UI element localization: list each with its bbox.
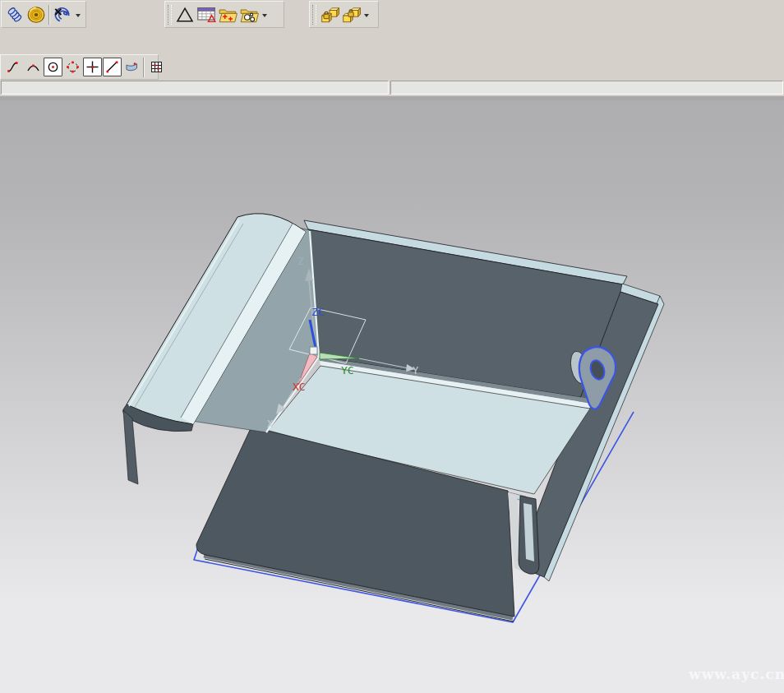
- toolbar-group-features: [1, 1, 86, 28]
- xc-axis-label: XC: [293, 381, 306, 393]
- folder-circles-icon[interactable]: [238, 4, 260, 25]
- torus-icon[interactable]: [25, 4, 47, 25]
- triangle-icon[interactable]: [174, 4, 196, 25]
- point-on-curve-icon[interactable]: [103, 58, 122, 76]
- locked-box-icon[interactable]: [319, 4, 340, 25]
- grid-point-icon[interactable]: [147, 58, 166, 76]
- cad-application-window: { "toolbar_row1": { "groups": [ {"id": "…: [0, 0, 784, 693]
- curve-endpoint-icon[interactable]: [4, 58, 23, 76]
- toolbar-group-analysis: [164, 1, 284, 28]
- dropdown-arrow-icon[interactable]: [76, 14, 81, 20]
- z-axis-label: Z: [297, 255, 304, 267]
- toolbar-separator: [143, 58, 145, 77]
- trim-spring-icon[interactable]: [52, 4, 73, 25]
- toolbar-group-assembly: [309, 1, 379, 28]
- point-on-surface-icon[interactable]: [122, 58, 141, 76]
- prompt-bar: [1, 81, 389, 95]
- dropdown-arrow-icon[interactable]: [364, 14, 369, 20]
- data-table-icon[interactable]: [196, 4, 217, 25]
- status-bar: [390, 81, 783, 95]
- spring-icon[interactable]: [4, 4, 25, 25]
- toolbar-drag-handle[interactable]: [168, 5, 172, 25]
- zc-axis-label: ZC: [311, 306, 325, 318]
- quadrant-point-icon[interactable]: [63, 58, 82, 76]
- cad-scene: Z ZC YC XC X Y www.ayc.cn: [0, 100, 784, 693]
- locked-boxes-icon[interactable]: [340, 4, 362, 25]
- wcs-origin-handle[interactable]: [310, 347, 317, 354]
- y-axis-label: Y: [413, 365, 419, 377]
- folder-points-icon[interactable]: [217, 4, 238, 25]
- watermark-text: www.ayc.cn: [688, 666, 784, 682]
- toolbar-area: [0, 0, 784, 100]
- toolbar-separator: [48, 5, 50, 25]
- intersection-point-icon[interactable]: [83, 58, 102, 76]
- toolbar-drag-handle[interactable]: [312, 5, 316, 25]
- yc-axis-label: YC: [341, 364, 354, 377]
- dropdown-arrow-icon[interactable]: [262, 14, 267, 20]
- toolbar-group-snap-point: [0, 54, 159, 80]
- x-axis-label: X: [267, 418, 274, 430]
- circle-center-icon[interactable]: [44, 58, 62, 76]
- arc-midpoint-icon[interactable]: [24, 58, 43, 76]
- graphics-viewport[interactable]: Z ZC YC XC X Y www.ayc.cn: [0, 100, 784, 693]
